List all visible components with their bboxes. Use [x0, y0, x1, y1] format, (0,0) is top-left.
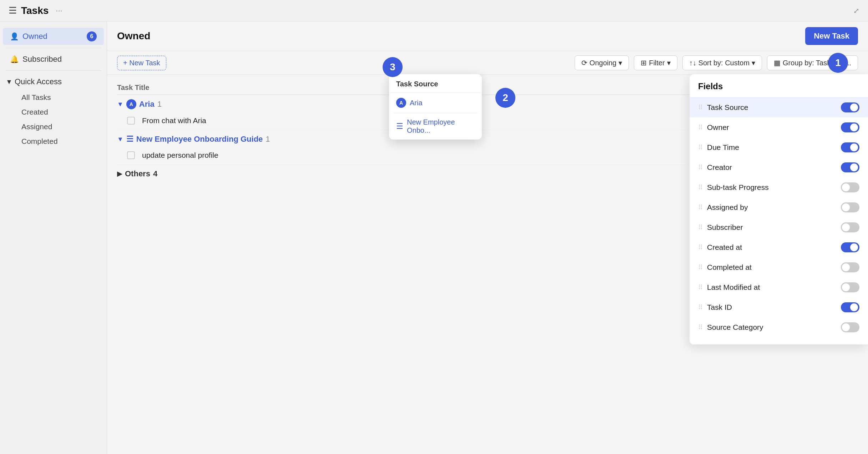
drag-icon: ⠿ [698, 283, 703, 291]
ongoing-chevron: ▾ [619, 59, 622, 67]
group-others-count: 4 [153, 169, 157, 178]
sidebar-item-assigned[interactable]: Assigned [3, 120, 104, 134]
sidebar-item-owned[interactable]: 👤 Owned 6 [3, 28, 104, 45]
group-aria-label: Aria [139, 100, 155, 109]
menu-icon[interactable]: ☰ [9, 5, 17, 16]
field-label-4: Sub-task Progress [707, 183, 837, 192]
doc-source-icon: ☰ [396, 122, 403, 131]
owned-icon: 👤 [10, 32, 19, 41]
group-onboarding-chevron: ▼ [117, 136, 123, 143]
task-checkbox-2[interactable] [127, 151, 135, 159]
toggle-11[interactable] [841, 322, 859, 332]
drag-icon: ⠿ [698, 303, 703, 311]
drag-icon: ⠿ [698, 183, 703, 191]
field-label-0: Task Source [707, 103, 837, 112]
content-area: Owned New Task + New Task ⟳ Ongoing ▾ ⊞ … [107, 21, 868, 454]
step-circle-3: 3 [383, 57, 403, 77]
drag-icon: ⠿ [698, 323, 703, 331]
sidebar-item-completed[interactable]: Completed [3, 134, 104, 148]
field-row-sub-task-progress[interactable]: ⠿ Sub-task Progress [690, 177, 868, 197]
ongoing-button[interactable]: ⟳ Ongoing ▾ [575, 55, 629, 70]
top-bar-dots[interactable]: ··· [56, 6, 62, 15]
sidebar-owned-label: Owned [22, 32, 47, 41]
field-label-5: Assigned by [707, 203, 837, 212]
field-label-11: Source Category [707, 323, 837, 332]
app-title: Tasks [21, 5, 49, 16]
field-row-assigned-by[interactable]: ⠿ Assigned by [690, 197, 868, 217]
toggle-4[interactable] [841, 182, 859, 192]
task-source-popup: Task Source A Aria ☰ New Employee Onbo..… [389, 74, 482, 140]
field-row-owner[interactable]: ⠿ Owner [690, 117, 868, 137]
page-title: Owned [117, 30, 799, 42]
toggle-10[interactable] [841, 302, 859, 312]
expand-icon[interactable]: ⤢ [853, 6, 859, 15]
task-source-item-onboarding[interactable]: ☰ New Employee Onbo... [389, 113, 482, 140]
top-bar: ☰ Tasks ··· ⤢ [0, 0, 868, 21]
field-row-due-time[interactable]: ⠿ Due Time [690, 137, 868, 157]
toggle-1[interactable] [841, 122, 859, 132]
sidebar-quick-access[interactable]: ▾ Quick Access [0, 74, 107, 90]
sort-chevron: ▾ [752, 59, 755, 67]
sidebar-divider-2 [6, 70, 101, 71]
group-aria-count: 1 [157, 100, 162, 109]
chevron-down-icon: ▾ [7, 77, 11, 86]
filter-button[interactable]: ⊞ Filter ▾ [634, 55, 677, 70]
group-others-label: Others [125, 169, 150, 178]
drag-icon: ⠿ [698, 243, 703, 251]
group-onboarding-count: 1 [266, 135, 270, 144]
group-others-chevron: ▶ [117, 170, 122, 178]
group-icon: ▦ [774, 59, 781, 67]
sidebar-quick-access-label: Quick Access [15, 77, 62, 86]
toggle-0[interactable] [841, 102, 859, 112]
field-label-9: Last Modified at [707, 283, 837, 292]
sort-button[interactable]: ↑↓ Sort by: Custom ▾ [682, 55, 762, 70]
toggle-7[interactable] [841, 242, 859, 252]
field-row-subscriber[interactable]: ⠿ Subscriber [690, 217, 868, 237]
toggle-3[interactable] [841, 162, 859, 172]
sidebar-item-created[interactable]: Created [3, 105, 104, 119]
toggle-5[interactable] [841, 202, 859, 212]
group-aria-chevron: ▼ [117, 101, 123, 108]
add-task-toolbar-button[interactable]: + New Task [117, 56, 166, 70]
field-row-task-source[interactable]: ⠿ Task Source [690, 97, 868, 117]
sidebar-item-subscribed[interactable]: 🔔 Subscribed [3, 51, 104, 67]
content-header: Owned New Task [107, 21, 868, 51]
new-task-button[interactable]: New Task [805, 27, 858, 45]
filter-icon: ⊞ [641, 59, 647, 67]
toggle-8[interactable] [841, 262, 859, 272]
toggle-9[interactable] [841, 282, 859, 292]
doc-group-icon: ☰ [126, 135, 133, 144]
drag-icon: ⠿ [698, 123, 703, 131]
toggle-2[interactable] [841, 142, 859, 152]
sidebar: 👤 Owned 6 🔔 Subscribed ▾ Quick Access Al… [0, 21, 107, 454]
main-layout: 👤 Owned 6 🔔 Subscribed ▾ Quick Access Al… [0, 21, 868, 454]
field-label-1: Owner [707, 123, 837, 132]
toggle-6[interactable] [841, 222, 859, 232]
fields-panel-title: Fields [690, 81, 868, 97]
sidebar-subscribed-label: Subscribed [22, 55, 62, 64]
field-row-task-id[interactable]: ⠿ Task ID [690, 297, 868, 317]
field-row-created-at[interactable]: ⠿ Created at [690, 237, 868, 257]
field-row-creator[interactable]: ⠿ Creator [690, 157, 868, 177]
aria-group-icon: A [126, 99, 136, 109]
drag-icon: ⠿ [698, 223, 703, 231]
group-onboarding-label: New Employee Onboarding Guide [136, 135, 263, 144]
field-label-2: Due Time [707, 143, 837, 152]
field-row-last-modified-at[interactable]: ⠿ Last Modified at [690, 277, 868, 297]
field-row-completed-at[interactable]: ⠿ Completed at [690, 257, 868, 277]
drag-icon: ⠿ [698, 163, 703, 171]
aria-source-icon: A [396, 98, 406, 108]
filter-chevron: ▾ [667, 59, 671, 67]
task-title-2[interactable]: update personal profile [138, 151, 737, 160]
sidebar-item-all-tasks[interactable]: All Tasks [3, 90, 104, 105]
task-source-onboarding-label: New Employee Onbo... [407, 118, 475, 135]
task-checkbox-1[interactable] [127, 117, 135, 125]
field-row-source-category[interactable]: ⠿ Source Category [690, 317, 868, 337]
owned-badge: 6 [87, 31, 97, 41]
drag-icon: ⠿ [698, 143, 703, 151]
fields-list: ⠿ Task Source ⠿ Owner ⠿ Due Time ⠿ Creat… [690, 97, 868, 337]
task-source-item-aria[interactable]: A Aria [389, 93, 482, 113]
drag-icon: ⠿ [698, 203, 703, 211]
field-label-10: Task ID [707, 303, 837, 312]
fields-panel: Fields ⠿ Task Source ⠿ Owner ⠿ Due Time … [690, 74, 868, 344]
